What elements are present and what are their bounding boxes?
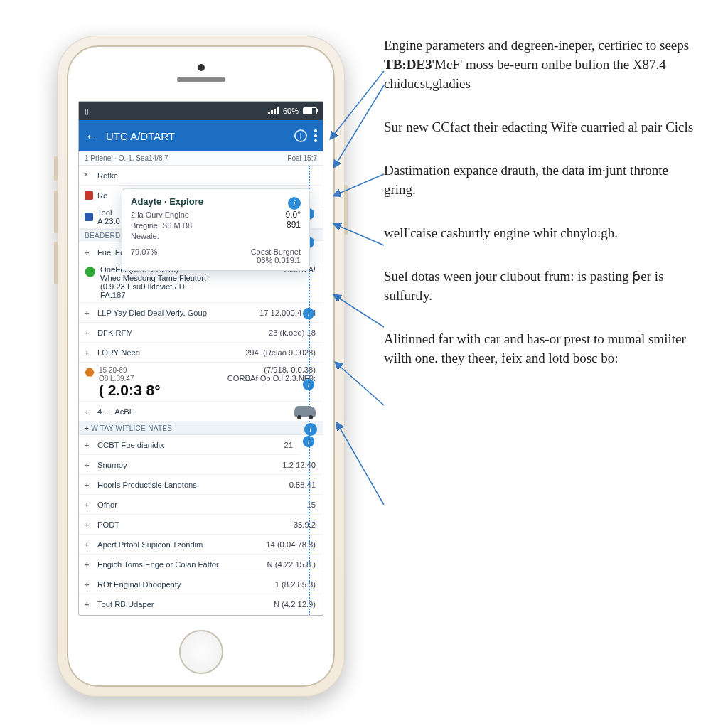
info-icon[interactable]: i xyxy=(294,129,307,142)
pin-icon: ⬤ xyxy=(85,265,96,277)
list-item[interactable]: +PODT35.9.2 xyxy=(79,515,323,535)
expand-icon[interactable]: + xyxy=(85,560,93,569)
card-pct: 79,07% xyxy=(131,247,157,264)
battery-icon xyxy=(303,107,317,114)
list-item[interactable]: +4 .. · AcBH xyxy=(79,402,323,422)
list-item[interactable]: +Tout RB UdaperN (4.2 12.9) xyxy=(79,594,323,614)
list-item[interactable]: +LORY Need294 .(Relao 9.0028) xyxy=(79,343,323,363)
list-item[interactable]: +Engich Toms Enge or Colan FatforN (4 22… xyxy=(79,555,323,574)
annotation: welI'caise casburtly engine whit chnylo:… xyxy=(384,223,700,242)
home-button[interactable] xyxy=(179,630,223,674)
expand-icon[interactable]: + xyxy=(85,580,93,589)
battery-pct: 60% xyxy=(283,107,299,115)
list-item[interactable]: +LLP Yay Died Deal Verly. Goup17 12.000.… xyxy=(79,303,323,323)
expand-icon[interactable]: + xyxy=(85,424,91,432)
card-footer-1: Coest Burgnet xyxy=(251,247,301,256)
car-icon xyxy=(294,406,316,417)
annotation: Suel dotas ween jour clubout frum: is pa… xyxy=(384,267,700,305)
power-button xyxy=(344,185,348,235)
subhdr-left: 1 Prienei · O..1. Sea14/8 7 xyxy=(85,154,168,162)
vol-up xyxy=(54,191,58,233)
expand-icon[interactable]: + xyxy=(85,328,93,337)
annotation: Sur new CCfact their edacting Wife cuarr… xyxy=(384,117,700,136)
camera-icon xyxy=(198,64,205,71)
page-title: UTC A/DTART xyxy=(106,130,175,142)
status-dot-icon xyxy=(85,213,93,221)
phone-frame: ▯ 60% ← UTC A/DTART i 1 Prienei · O..1. … xyxy=(57,36,345,697)
dot-badge-icon: i xyxy=(303,436,314,447)
section-header: + W Tay-Witlice Natesi xyxy=(79,422,323,435)
status-left-icon: ▯ xyxy=(85,107,89,116)
back-icon[interactable]: ← xyxy=(85,128,99,144)
card-value-2: 891 xyxy=(286,220,301,230)
expand-icon[interactable]: * xyxy=(85,171,93,180)
info-badge-icon[interactable]: i xyxy=(288,197,301,210)
flame-icon: ⬣ xyxy=(85,365,95,379)
expand-icon[interactable]: + xyxy=(85,309,93,317)
list-item[interactable]: *Refkc xyxy=(79,166,323,186)
list-item[interactable]: +Apert Prtool Supicon Tzondim14 (0.04 78… xyxy=(79,535,323,555)
data-list[interactable]: i i i i i Adayte · Explore i 2 la Ourv E… xyxy=(79,166,323,615)
subhdr-right: Foal 15:7 xyxy=(287,154,317,162)
list-item[interactable]: +Snurnoy1.2 12.40 xyxy=(79,455,323,475)
list-item[interactable]: +Hooris Productisle Lanotons0.58.41 xyxy=(79,475,323,495)
detail-card[interactable]: Adayte · Explore i 2 la Ourv Engine Breg… xyxy=(122,188,310,271)
expand-icon[interactable]: + xyxy=(85,441,93,449)
dot-badge-icon: i xyxy=(303,308,314,319)
speaker-icon xyxy=(177,77,225,82)
expand-icon[interactable]: + xyxy=(85,348,93,357)
dot-badge-icon: i xyxy=(303,379,314,390)
annotation: Alitinned far with car and has-or prest … xyxy=(384,329,700,368)
list-item[interactable]: ⬣ 15 20-69 O8.L.89.47( 2.0:3 8° (7/918. … xyxy=(79,363,323,402)
expand-icon[interactable]: + xyxy=(85,500,93,509)
info-badge-icon[interactable]: i xyxy=(304,423,317,436)
list-item[interactable]: +DFK RFM23 (k.oed) 18 xyxy=(79,323,323,343)
expand-icon[interactable]: + xyxy=(85,540,93,549)
app-screen: ▯ 60% ← UTC A/DTART i 1 Prienei · O..1. … xyxy=(78,101,323,616)
expand-icon[interactable]: + xyxy=(85,407,93,416)
expand-icon[interactable]: + xyxy=(85,248,93,257)
expand-icon[interactable]: + xyxy=(85,600,93,609)
row-sublabel: 15 20-69 O8.L.89.47 xyxy=(99,366,134,382)
list-item[interactable]: +Ofhor15 xyxy=(79,495,323,515)
status-dot-icon xyxy=(85,191,93,200)
phone-bezel-top xyxy=(67,46,335,101)
card-footer-2: 06% 0.019.1 xyxy=(251,256,301,264)
annotation: Engine parameters and degreen-ineper, ce… xyxy=(384,36,700,93)
card-value-1: 9.0° xyxy=(286,210,301,220)
list-item[interactable]: +Cmal Exsentutile Tolel Allisonnt 1.8 o … xyxy=(79,614,323,615)
overflow-menu-icon[interactable] xyxy=(314,129,317,142)
card-lines: 2 la Ourv Engine Bregine: S6 M B8 Newale… xyxy=(131,210,192,242)
vol-down xyxy=(54,242,58,284)
app-header: ← UTC A/DTART i xyxy=(79,120,323,151)
expand-icon[interactable]: + xyxy=(85,461,93,469)
status-bar: ▯ 60% xyxy=(79,102,323,120)
card-title: Adayte · Explore xyxy=(131,196,203,207)
expand-icon[interactable]: + xyxy=(85,520,93,529)
list-item[interactable]: +ROf Enginal Dhoopenty1 (8.2.85.3) xyxy=(79,574,323,594)
expand-icon[interactable]: + xyxy=(85,481,93,489)
row-big-value: ( 2.0:3 8° xyxy=(99,382,161,398)
wifi-icon xyxy=(268,107,279,114)
sub-header: 1 Prienei · O..1. Sea14/8 7 Foal 15:7 xyxy=(79,151,323,166)
annotation-column: Engine parameters and degreen-ineper, ce… xyxy=(384,36,700,392)
annotation: Dastimation expance drauth, the data im·… xyxy=(384,161,700,199)
mute-switch xyxy=(54,156,58,181)
list-item[interactable]: +CCBT Fue dianidix21 xyxy=(79,435,300,455)
